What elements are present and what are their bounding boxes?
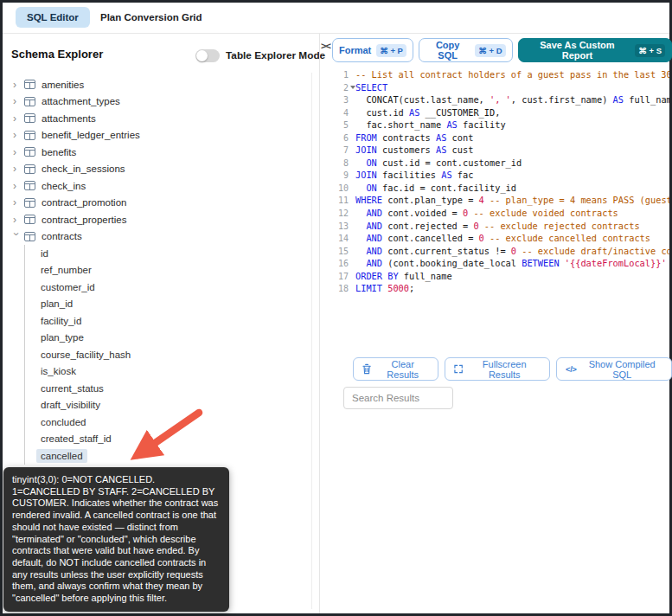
table-name: contract_promotion bbox=[42, 197, 126, 208]
column-name: facility_id bbox=[36, 314, 86, 328]
code-line[interactable]: 12 AND cont.voided = 0 -- exclude voided… bbox=[331, 207, 669, 220]
schema-table-row[interactable]: ›contract_promotion bbox=[5, 195, 308, 212]
format-button-label: Format bbox=[339, 45, 371, 55]
code-line[interactable]: 4 cust.id AS __CUSTOMER_ID, bbox=[331, 106, 669, 119]
table-icon bbox=[24, 164, 35, 174]
chevron-right-icon[interactable]: › bbox=[13, 79, 22, 91]
tab-plan-conversion-grid[interactable]: Plan Conversion Grid bbox=[90, 7, 213, 28]
schema-scrollbar-track[interactable] bbox=[311, 73, 312, 609]
code-text: FROM contracts AS cont bbox=[355, 132, 473, 143]
schema-table-row[interactable]: ›contract_properties bbox=[5, 211, 308, 228]
schema-table-row[interactable]: ›benefits bbox=[5, 144, 308, 161]
search-results-input[interactable] bbox=[343, 387, 453, 409]
schema-column-row[interactable]: cancelled bbox=[25, 447, 308, 465]
chevron-right-icon[interactable]: › bbox=[13, 163, 22, 175]
code-text: WHERE cont.plan_type = 4 -- plan_type = … bbox=[355, 195, 669, 205]
code-line[interactable]: 2SELECT bbox=[331, 81, 669, 94]
schema-column-row[interactable]: course_facility_hash bbox=[25, 346, 308, 363]
copy-sql-shortcut-badge: ⌘ + D bbox=[475, 44, 505, 57]
schema-table-row[interactable]: ›check_ins bbox=[5, 177, 308, 195]
code-text: fac.short_name AS facility bbox=[355, 119, 506, 130]
schema-table-row[interactable]: ›amenities bbox=[5, 76, 308, 93]
code-line[interactable]: 6FROM contracts AS cont bbox=[331, 132, 669, 144]
schema-table-row[interactable]: ›contracts bbox=[5, 228, 308, 246]
schema-column-row[interactable]: id bbox=[25, 245, 308, 262]
schema-table-row[interactable]: ›attachment_types bbox=[5, 93, 308, 111]
code-line[interactable]: 5 fac.short_name AS facility bbox=[331, 119, 669, 132]
code-line[interactable]: 8 ON cust.id = cont.customer_id bbox=[331, 157, 669, 170]
copy-sql-button[interactable]: Copy SQL ⌘ + D bbox=[419, 38, 513, 62]
show-compiled-sql-label: Show Compiled SQL bbox=[581, 359, 662, 380]
code-line[interactable]: 9JOIN facilities AS fac bbox=[331, 169, 669, 182]
code-line[interactable]: 10 ON fac.id = cont.facility_id bbox=[331, 182, 669, 195]
table-name: check_ins bbox=[42, 181, 86, 191]
code-line[interactable]: 17ORDER BY full_name bbox=[331, 270, 669, 283]
schema-table-row[interactable]: ›attachments bbox=[5, 110, 308, 127]
table-icon bbox=[24, 215, 35, 224]
format-shortcut-badge: ⌘ + P bbox=[376, 44, 406, 57]
schema-column-row[interactable]: concluded bbox=[25, 414, 308, 431]
chevron-down-icon[interactable]: › bbox=[10, 233, 22, 242]
code-line[interactable]: 16 AND (cont.booking_date_local BETWEEN … bbox=[331, 257, 669, 270]
chevron-right-icon[interactable]: › bbox=[13, 214, 22, 226]
panel-divider bbox=[319, 34, 320, 613]
line-number: 5 bbox=[331, 119, 349, 132]
code-line[interactable]: 11WHERE cont.plan_type = 4 -- plan_type … bbox=[331, 194, 669, 207]
clear-results-button[interactable]: Clear Results bbox=[353, 357, 438, 381]
code-line[interactable]: 13 AND cont.rejected = 0 -- exclude reje… bbox=[331, 220, 669, 233]
table-icon bbox=[24, 131, 35, 140]
chevron-right-icon[interactable]: › bbox=[13, 95, 22, 107]
fold-caret-icon[interactable] bbox=[350, 86, 355, 89]
format-button[interactable]: Format ⌘ + P bbox=[332, 38, 413, 62]
line-number: 6 bbox=[331, 132, 349, 145]
schema-table-row[interactable]: ›benefit_ledger_entries bbox=[5, 127, 308, 144]
show-compiled-sql-button[interactable]: </> Show Compiled SQL bbox=[556, 357, 672, 381]
schema-column-row[interactable]: current_status bbox=[25, 380, 308, 397]
chevron-right-icon[interactable]: › bbox=[13, 146, 22, 158]
code-line[interactable]: 3 CONCAT(cust.last_name, ', ', cust.firs… bbox=[331, 93, 669, 106]
code-line[interactable]: 1-- List all contract holders of a guest… bbox=[331, 68, 669, 81]
chevron-right-icon[interactable]: › bbox=[13, 129, 22, 141]
clear-results-label: Clear Results bbox=[376, 359, 429, 380]
line-number: 14 bbox=[331, 233, 349, 246]
table-name: benefits bbox=[42, 147, 76, 157]
column-name: cancelled bbox=[36, 449, 87, 463]
chevron-right-icon[interactable]: › bbox=[13, 196, 22, 209]
schema-column-row[interactable]: draft_visibility bbox=[25, 397, 308, 414]
line-number: 16 bbox=[331, 258, 349, 271]
column-name: course_facility_hash bbox=[36, 348, 135, 362]
code-line[interactable]: 7JOIN customers AS cust bbox=[331, 144, 669, 157]
chevron-right-icon[interactable]: › bbox=[13, 180, 22, 192]
line-number: 4 bbox=[331, 107, 349, 120]
table-icon bbox=[24, 147, 35, 157]
code-text: -- List all contract holders of a guest … bbox=[355, 69, 669, 80]
table-name: benefit_ledger_entries bbox=[42, 130, 140, 140]
table-icon bbox=[24, 80, 35, 89]
schema-column-row[interactable]: customer_id bbox=[25, 279, 308, 296]
code-line[interactable]: 18LIMIT 5000; bbox=[331, 282, 669, 295]
schema-column-row[interactable]: facility_id bbox=[25, 312, 308, 330]
line-number: 2 bbox=[331, 82, 349, 95]
line-number: 7 bbox=[331, 144, 349, 157]
schema-column-row[interactable]: ref_number bbox=[25, 262, 308, 279]
line-number: 13 bbox=[331, 221, 349, 234]
contracts-columns: idref_numbercustomer_idplan_idfacility_i… bbox=[24, 245, 308, 465]
chevron-right-icon[interactable]: › bbox=[13, 112, 22, 125]
line-number: 3 bbox=[331, 94, 349, 107]
code-line[interactable]: 15 AND cont.current_status != 0 -- exclu… bbox=[331, 245, 669, 258]
table-explorer-mode-toggle[interactable] bbox=[195, 49, 220, 62]
schema-column-row[interactable]: plan_type bbox=[25, 330, 308, 347]
schema-column-row[interactable]: created_staff_id bbox=[25, 431, 308, 448]
fullscreen-results-label: Fullscreen Results bbox=[468, 359, 541, 380]
sql-code-editor[interactable]: 1-- List all contract holders of a guest… bbox=[331, 68, 669, 304]
toggle-knob bbox=[196, 50, 208, 61]
fullscreen-results-button[interactable]: Fullscreen Results bbox=[445, 357, 550, 381]
schema-column-row[interactable]: is_kiosk bbox=[25, 363, 308, 381]
save-as-custom-report-button[interactable]: Save As Custom Report ⌘ + S bbox=[518, 38, 672, 62]
collapse-panel-icon[interactable]: >< bbox=[321, 41, 330, 51]
code-text: ON fac.id = cont.facility_id bbox=[355, 183, 516, 193]
code-line[interactable]: 14 AND cont.cancelled = 0 -- exclude can… bbox=[331, 232, 669, 245]
tab-sql-editor[interactable]: SQL Editor bbox=[16, 7, 90, 28]
schema-column-row[interactable]: plan_id bbox=[25, 296, 308, 313]
schema-table-row[interactable]: ›check_in_sessions bbox=[5, 161, 308, 178]
